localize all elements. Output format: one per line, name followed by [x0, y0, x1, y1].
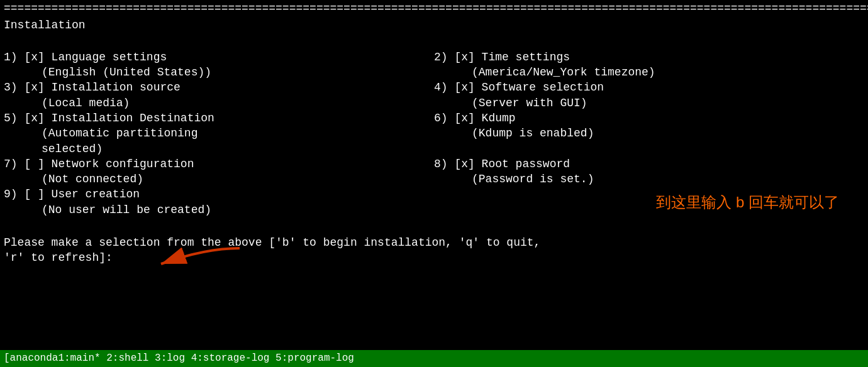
item-5-sub2: selected): [42, 143, 103, 155]
terminal-window: ========================================…: [0, 0, 868, 367]
menu-row-5: 9) [ ] User creation (No user will be cr…: [4, 187, 864, 217]
annotation-text: 到这里输入 b 回车就可以了: [656, 192, 839, 212]
item-5-sub1: (Automatic partitioning: [42, 127, 198, 140]
item-7-sub: (Not connected): [42, 173, 143, 185]
prompt-line-2: 'r' to refresh]:: [4, 250, 113, 265]
annotation-area: 到这里输入 b 回车就可以了: [434, 187, 864, 217]
arrow-icon: [142, 245, 243, 273]
menu-item-7: 7) [ ] Network configuration (Not connec…: [4, 156, 434, 187]
item-4-number: 4) [x] Software selection: [434, 81, 604, 94]
item-7-number: 7) [ ] Network configuration: [4, 158, 194, 170]
item-6-sub: (Kdump is enabled): [472, 127, 594, 140]
item-1-number: 1) [x] Language settings: [4, 51, 167, 63]
item-8-number: 8) [x] Root password: [434, 158, 570, 170]
menu-item-8: 8) [x] Root password (Password is set.): [434, 156, 864, 187]
item-9-number: 9) [ ] User creation: [4, 188, 140, 200]
item-1-sub: (English (United States)): [42, 66, 211, 79]
prompt-line-1: Please make a selection from the above […: [4, 235, 864, 250]
item-2-sub: (America/New_York timezone): [472, 66, 655, 79]
item-5-number: 5) [x] Installation Destination: [4, 112, 214, 124]
prompt-section: Please make a selection from the above […: [0, 233, 868, 266]
item-9-sub: (No user will be created): [42, 204, 211, 216]
menu-row-3: 5) [x] Installation Destination (Automat…: [4, 111, 864, 156]
item-4-sub: (Server with GUI): [472, 97, 587, 109]
item-3-sub: (Local media): [42, 97, 130, 109]
menu-item-1: 1) [x] Language settings (English (Unite…: [4, 50, 434, 80]
item-6-number: 6) [x] Kdump: [434, 112, 516, 124]
prompt-line-2-container: 'r' to refresh]:: [4, 250, 864, 265]
menu-content: 1) [x] Language settings (English (Unite…: [0, 48, 868, 219]
status-bar: [anaconda1:main* 2:shell 3:log 4:storage…: [0, 350, 868, 367]
menu-item-5: 5) [x] Installation Destination (Automat…: [4, 111, 434, 156]
menu-item-3: 3) [x] Installation source (Local media): [4, 80, 434, 111]
menu-item-2: 2) [x] Time settings (America/New_York t…: [434, 50, 864, 80]
menu-row-2: 3) [x] Installation source (Local media)…: [4, 80, 864, 111]
item-3-number: 3) [x] Installation source: [4, 81, 181, 94]
menu-item-9: 9) [ ] User creation (No user will be cr…: [4, 187, 434, 217]
separator-line: ========================================…: [0, 0, 868, 17]
menu-item-6: 6) [x] Kdump (Kdump is enabled): [434, 111, 864, 156]
installation-title: Installation: [0, 17, 868, 34]
menu-item-4: 4) [x] Software selection (Server with G…: [434, 80, 864, 111]
item-8-sub: (Password is set.): [472, 173, 594, 185]
menu-row-4: 7) [ ] Network configuration (Not connec…: [4, 156, 864, 187]
menu-row-1: 1) [x] Language settings (English (Unite…: [4, 50, 864, 80]
item-2-number: 2) [x] Time settings: [434, 51, 570, 63]
